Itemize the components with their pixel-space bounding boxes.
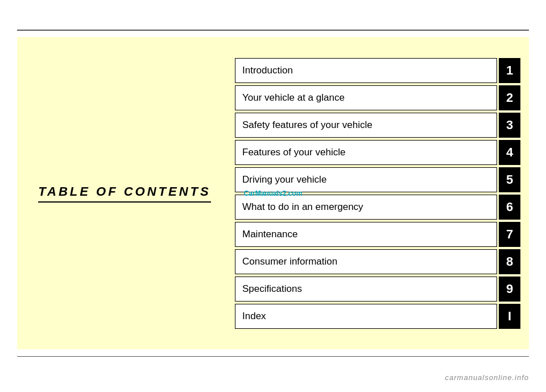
toc-row[interactable]: IndexI: [235, 304, 520, 329]
toc-item-label-6: What to do in an emergency: [235, 195, 497, 220]
toc-item-number-7: 7: [499, 222, 520, 247]
toc-item-number-5: 5: [499, 167, 520, 192]
toc-row[interactable]: Your vehicle at a glance2: [235, 85, 520, 110]
toc-item-number-6: 6: [499, 195, 520, 220]
toc-item-label-4: Features of your vehicle: [235, 140, 497, 165]
toc-item-label-1: Introduction: [235, 58, 497, 83]
toc-item-label-8: Consumer information: [235, 249, 497, 274]
toc-item-number-8: 8: [499, 249, 520, 274]
toc-item-label-7: Maintenance: [235, 222, 497, 247]
toc-item-label-9: Specifications: [235, 277, 497, 302]
left-section: TABLE OF CONTENTS: [17, 173, 232, 214]
toc-row[interactable]: Consumer information8: [235, 249, 520, 274]
toc-item-number-4: 4: [499, 140, 520, 165]
toc-item-number-3: 3: [499, 113, 520, 138]
footer-logo: carmanualsonline.info: [445, 373, 529, 382]
page-title: TABLE OF CONTENTS: [38, 184, 210, 203]
toc-row[interactable]: Maintenance7: [235, 222, 520, 247]
bottom-divider: [17, 356, 529, 357]
toc-item-number-1: 1: [499, 58, 520, 83]
main-content-area: TABLE OF CONTENTS Introduction1Your vehi…: [17, 37, 529, 349]
toc-item-label-5: Driving your vehicle: [235, 167, 497, 192]
toc-row[interactable]: Specifications9: [235, 277, 520, 302]
top-divider: [17, 30, 529, 31]
toc-item-label-10: Index: [235, 304, 497, 329]
toc-row[interactable]: What to do in an emergency6: [235, 195, 520, 220]
toc-item-number-10: I: [499, 304, 520, 329]
watermark: CarManuals2.com: [244, 189, 303, 197]
toc-row[interactable]: Driving your vehicle5: [235, 167, 520, 192]
toc-item-number-9: 9: [499, 277, 520, 302]
toc-item-number-2: 2: [499, 85, 520, 110]
toc-row[interactable]: Introduction1: [235, 58, 520, 83]
toc-row[interactable]: Safety features of your vehicle3: [235, 113, 520, 138]
toc-row[interactable]: Features of your vehicle4: [235, 140, 520, 165]
toc-item-label-3: Safety features of your vehicle: [235, 113, 497, 138]
toc-item-label-2: Your vehicle at a glance: [235, 85, 497, 110]
